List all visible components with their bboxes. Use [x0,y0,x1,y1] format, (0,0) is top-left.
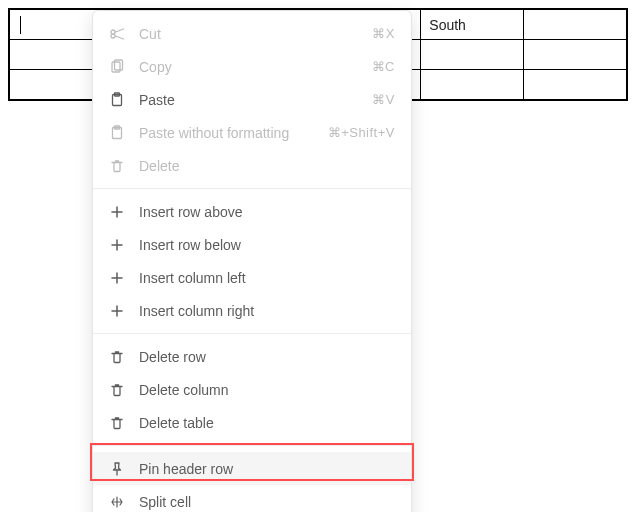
menu-item-insert-col-right[interactable]: Insert column right [93,294,411,327]
table-cell[interactable] [524,10,627,40]
menu-item-label: Delete [139,158,395,174]
split-icon [109,494,125,510]
menu-item-label: Delete column [139,382,395,398]
menu-item-shortcut: ⌘X [372,26,395,41]
scissors-icon [109,26,125,42]
menu-item-label: Insert row below [139,237,395,253]
menu-item-label: Paste without formatting [139,125,314,141]
menu-item-cut: Cut⌘X [93,17,411,50]
menu-item-shortcut: ⌘C [372,59,395,74]
menu-item-insert-row-above[interactable]: Insert row above [93,195,411,228]
menu-item-paste-plain: Paste without formatting⌘+Shift+V [93,116,411,149]
menu-item-paste[interactable]: Paste⌘V [93,83,411,116]
menu-item-label: Split cell [139,494,395,510]
table-cell[interactable] [524,40,627,70]
menu-item-delete-row[interactable]: Delete row [93,340,411,373]
trash-icon [109,382,125,398]
menu-item-label: Copy [139,59,358,75]
menu-item-shortcut: ⌘+Shift+V [328,125,395,140]
menu-item-split-cell[interactable]: Split cell [93,485,411,512]
menu-item-delete: Delete [93,149,411,182]
trash-icon [109,415,125,431]
menu-item-label: Delete table [139,415,395,431]
menu-separator [93,188,411,189]
menu-item-shortcut: ⌘V [372,92,395,107]
table-cell[interactable]: South [421,10,524,40]
trash-icon [109,158,125,174]
table-cell[interactable] [421,70,524,100]
table-cell[interactable] [421,40,524,70]
menu-item-label: Pin header row [139,461,395,477]
trash-icon [109,349,125,365]
copy-icon [109,59,125,75]
menu-item-delete-table[interactable]: Delete table [93,406,411,439]
pin-icon [109,461,125,477]
menu-item-copy: Copy⌘C [93,50,411,83]
menu-item-pin-header[interactable]: Pin header row [93,452,411,485]
paste-plain-icon [109,125,125,141]
plus-icon [109,237,125,253]
menu-item-label: Insert column right [139,303,395,319]
menu-separator [93,445,411,446]
menu-item-insert-row-below[interactable]: Insert row below [93,228,411,261]
menu-item-label: Cut [139,26,358,42]
menu-item-label: Insert row above [139,204,395,220]
table-cell[interactable] [524,70,627,100]
menu-item-insert-col-left[interactable]: Insert column left [93,261,411,294]
plus-icon [109,204,125,220]
menu-separator [93,333,411,334]
menu-item-delete-col[interactable]: Delete column [93,373,411,406]
menu-item-label: Paste [139,92,358,108]
plus-icon [109,270,125,286]
menu-item-label: Delete row [139,349,395,365]
plus-icon [109,303,125,319]
menu-item-label: Insert column left [139,270,395,286]
paste-icon [109,92,125,108]
context-menu: Cut⌘XCopy⌘CPaste⌘VPaste without formatti… [92,10,412,512]
